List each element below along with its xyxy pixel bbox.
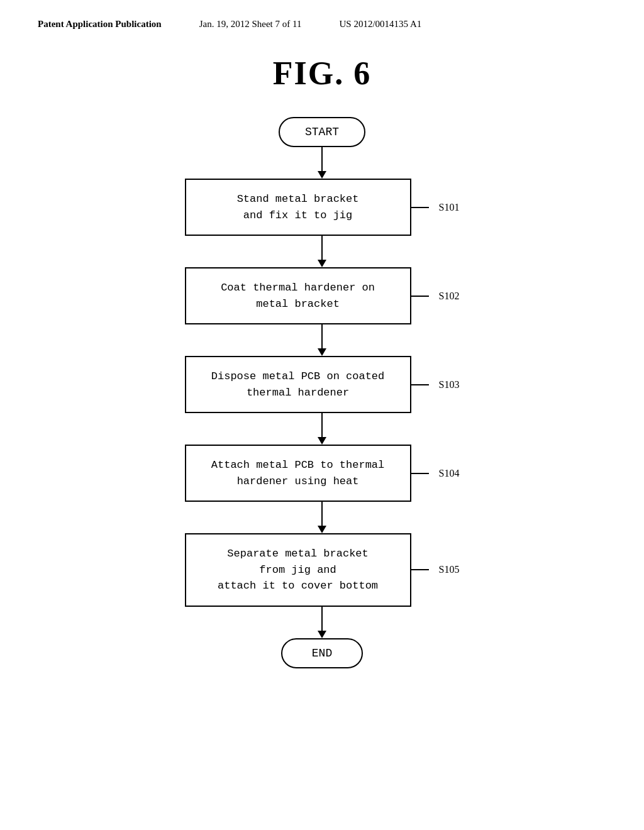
- step-connector-s105: [411, 569, 429, 570]
- step-box-s102: Coat thermal hardener onmetal bracket: [185, 267, 411, 324]
- step-label-s103: S103: [439, 379, 460, 390]
- start-node: START: [279, 117, 365, 147]
- figure-title: FIG. 6: [0, 55, 644, 92]
- step-connector-s102: [411, 296, 429, 297]
- step-box-s105: Separate metal bracketfrom jig andattach…: [185, 533, 411, 607]
- step-row-s103: Dispose metal PCB on coatedthermal harde…: [185, 356, 460, 413]
- header-date: Jan. 19, 2012 Sheet 7 of 11: [199, 19, 302, 30]
- step-label-s101: S101: [439, 202, 460, 213]
- arrow-3: [318, 324, 326, 356]
- patent-label: Patent Application Publication: [38, 19, 162, 30]
- step-label-s104: S104: [439, 468, 460, 479]
- page-header: Patent Application Publication Jan. 19, …: [0, 0, 644, 30]
- step-label-s102: S102: [439, 290, 460, 302]
- arrow-5: [318, 502, 326, 533]
- step-box-s103: Dispose metal PCB on coatedthermal harde…: [185, 356, 411, 413]
- step-row-s105: Separate metal bracketfrom jig andattach…: [185, 533, 460, 607]
- arrow-4: [318, 413, 326, 445]
- step-row-s104: Attach metal PCB to thermalhardener usin…: [185, 445, 460, 502]
- step-row-s102: Coat thermal hardener onmetal bracket S1…: [185, 267, 460, 324]
- arrow-6: [318, 607, 326, 638]
- arrow-1: [318, 147, 326, 179]
- step-connector-s103: [411, 384, 429, 385]
- step-label-s105: S105: [439, 564, 460, 575]
- flowchart: START Stand metal bracketand fix it to j…: [0, 117, 644, 706]
- step-box-s104: Attach metal PCB to thermalhardener usin…: [185, 445, 411, 502]
- header-number: US 2012/0014135 A1: [339, 19, 421, 30]
- step-row-s101: Stand metal bracketand fix it to jig S10…: [185, 179, 460, 236]
- end-node: END: [281, 638, 363, 668]
- arrow-2: [318, 236, 326, 267]
- step-connector-s104: [411, 473, 429, 474]
- step-connector-s101: [411, 207, 429, 208]
- step-box-s101: Stand metal bracketand fix it to jig: [185, 179, 411, 236]
